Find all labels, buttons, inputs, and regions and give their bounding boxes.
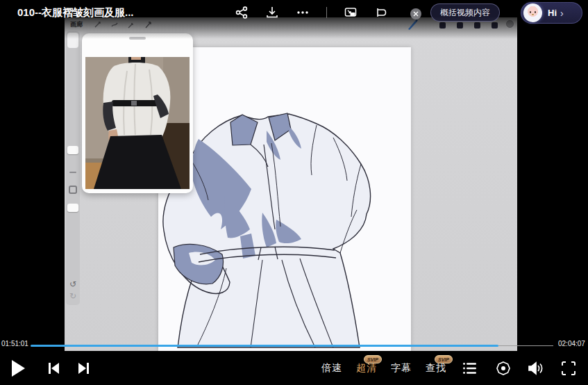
- opacity-slider[interactable]: [67, 204, 78, 212]
- video-frame[interactable]: 画廊: [65, 17, 517, 351]
- play-button[interactable]: [7, 351, 29, 385]
- close-icon[interactable]: [410, 8, 421, 19]
- volume-icon[interactable]: [524, 351, 546, 385]
- progress-played: [31, 345, 498, 347]
- chevron-right-icon: ›: [560, 8, 564, 18]
- playlist-icon[interactable]: [460, 351, 480, 385]
- undo-icon[interactable]: ↺: [66, 280, 80, 288]
- panel-drag-handle[interactable]: [129, 37, 146, 40]
- share-icon[interactable]: [235, 6, 249, 19]
- transform-tool-icon[interactable]: [127, 21, 135, 29]
- more-icon[interactable]: [296, 6, 310, 19]
- previous-button[interactable]: [43, 351, 64, 385]
- brush-sidebar[interactable]: ↺ ↻: [66, 31, 80, 305]
- fullscreen-icon[interactable]: [557, 351, 580, 385]
- control-bar: 倍速 超清 SVIP 字幕 查找 SVIP: [0, 351, 588, 385]
- app-toolbar-left[interactable]: [94, 21, 152, 29]
- gallery-button[interactable]: 画廊: [70, 20, 83, 29]
- svip-badge-find: SVIP: [435, 355, 453, 363]
- download-icon[interactable]: [265, 6, 279, 19]
- video-title: 010--衣服褶皱刻画及服...: [17, 6, 134, 19]
- total-time: 02:04:07: [558, 340, 585, 347]
- cast-icon[interactable]: [374, 6, 388, 19]
- summarize-video-button[interactable]: 概括视频内容: [430, 3, 500, 22]
- next-button[interactable]: [74, 351, 94, 385]
- adjust-tool-icon[interactable]: [94, 21, 102, 29]
- reference-photo: [85, 57, 190, 189]
- shirt-sketch: [158, 47, 411, 351]
- drawing-canvas[interactable]: [158, 47, 411, 351]
- pip-icon[interactable]: [344, 6, 358, 19]
- top-toolbar: [235, 6, 388, 19]
- subtitle-button[interactable]: 字幕: [387, 351, 415, 385]
- progress-remaining: [498, 345, 553, 346]
- color-swatch-icon[interactable]: [506, 20, 514, 28]
- ai-assistant-button[interactable]: Hi ›: [521, 2, 582, 24]
- assistant-label: Hi: [548, 8, 557, 18]
- speed-button[interactable]: 倍速: [318, 351, 346, 385]
- brush-size-slider[interactable]: [67, 146, 78, 154]
- toolbar-divider: [326, 7, 327, 18]
- svip-badge-quality: SVIP: [364, 355, 382, 363]
- redo-icon[interactable]: ↻: [66, 292, 80, 300]
- minus-mark: [69, 172, 76, 173]
- lens-icon[interactable]: [493, 351, 514, 385]
- brush-tool-icon[interactable]: [406, 18, 419, 31]
- assistant-avatar: [523, 3, 542, 22]
- current-time: 01:51:01: [1, 340, 28, 347]
- modify-button[interactable]: [69, 186, 77, 194]
- reference-panel[interactable]: [82, 33, 193, 193]
- progress-bar[interactable]: [31, 343, 553, 347]
- app-toolbar-right[interactable]: [439, 22, 498, 28]
- arrow-tool-icon[interactable]: [144, 21, 152, 29]
- sidebar-top-button[interactable]: [67, 33, 78, 48]
- select-tool-icon[interactable]: [110, 21, 119, 29]
- video-player: 画廊: [0, 0, 588, 385]
